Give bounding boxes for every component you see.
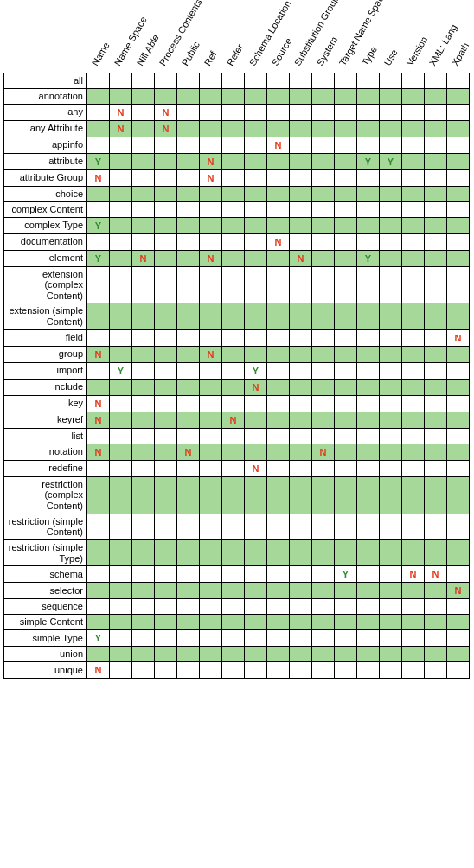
cell: [87, 329, 110, 346]
cell: [110, 514, 132, 539]
cell: [132, 346, 155, 362]
cell: [222, 379, 245, 395]
cell: [110, 73, 132, 88]
cell: [425, 460, 447, 476]
cell: [357, 120, 380, 137]
row-header: all: [4, 73, 87, 88]
cell: [425, 169, 447, 186]
cell: [290, 201, 312, 217]
cell: [267, 647, 290, 662]
cell: [425, 379, 447, 395]
cell: [357, 647, 380, 662]
cell: [380, 379, 402, 395]
cell: [177, 428, 200, 444]
table-row: importYY: [4, 362, 470, 379]
cell: [447, 395, 470, 412]
cell: [380, 460, 402, 476]
cell: [335, 362, 357, 379]
cell: [267, 120, 290, 137]
cell: [380, 346, 402, 362]
cell: [222, 120, 245, 137]
cell: [155, 599, 177, 615]
row-header: extension (complex Content): [4, 266, 87, 303]
cell: N: [132, 250, 155, 266]
cell: [290, 73, 312, 88]
cell: [335, 186, 357, 201]
cell: N: [447, 329, 470, 346]
cell: [267, 444, 290, 460]
cell: [290, 599, 312, 615]
cell: [177, 662, 200, 679]
cell: [312, 428, 335, 444]
cell: [380, 476, 402, 514]
cell: [380, 630, 402, 647]
table-row: elementYNNNY: [4, 250, 470, 266]
cell: [200, 120, 222, 137]
column-header-label: Type: [359, 44, 378, 67]
cell: [267, 303, 290, 329]
cell: [155, 137, 177, 153]
cell: [402, 137, 425, 153]
cell: [425, 514, 447, 539]
cell: [267, 412, 290, 428]
cell: [290, 615, 312, 630]
table-row: sequence: [4, 599, 470, 615]
column-header: XML: Lang: [425, 3, 447, 73]
cell: [335, 153, 357, 169]
no-mark: N: [95, 173, 102, 183]
row-header: notation: [4, 444, 87, 460]
cell: [447, 201, 470, 217]
cell: [335, 303, 357, 329]
cell: [267, 460, 290, 476]
cell: [380, 599, 402, 615]
cell: [425, 583, 447, 599]
cell: [357, 217, 380, 233]
cell: [290, 539, 312, 565]
cell: [132, 88, 155, 104]
cell: [425, 615, 447, 630]
cell: [110, 566, 132, 583]
cell: [357, 186, 380, 201]
cell: [380, 583, 402, 599]
cell: [290, 120, 312, 137]
cell: [335, 412, 357, 428]
cell: [267, 662, 290, 679]
cell: [447, 169, 470, 186]
cell: [177, 266, 200, 303]
cell: [312, 346, 335, 362]
cell: [290, 428, 312, 444]
cell: [357, 362, 380, 379]
no-mark: N: [275, 140, 282, 150]
cell: [290, 379, 312, 395]
cell: [245, 88, 267, 104]
cell: [110, 303, 132, 329]
row-header: field: [4, 329, 87, 346]
cell: [335, 647, 357, 662]
cell: [425, 395, 447, 412]
cell: [357, 460, 380, 476]
cell: [155, 444, 177, 460]
table-row: choice: [4, 186, 470, 201]
cell: [222, 583, 245, 599]
cell: N: [87, 346, 110, 362]
cell: N: [87, 444, 110, 460]
row-header: annotation: [4, 88, 87, 104]
yes-mark: Y: [95, 253, 101, 264]
column-header-label: Ref: [202, 49, 218, 67]
cell: [380, 201, 402, 217]
cell: [290, 233, 312, 250]
cell: [335, 73, 357, 88]
cell: [87, 379, 110, 395]
table-row: includeN: [4, 379, 470, 395]
no-mark: N: [253, 463, 259, 474]
cell: [335, 346, 357, 362]
cell: [290, 395, 312, 412]
cell: [357, 346, 380, 362]
cell: [177, 73, 200, 88]
cell: [425, 662, 447, 679]
no-mark: N: [95, 415, 102, 425]
cell: [110, 615, 132, 630]
cell: [110, 201, 132, 217]
cell: [132, 153, 155, 169]
cell: [425, 88, 447, 104]
